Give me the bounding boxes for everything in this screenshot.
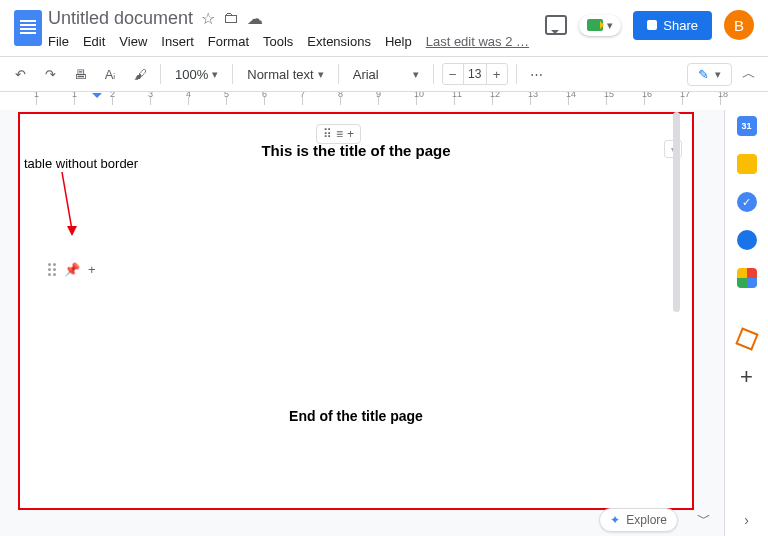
vertical-scrollbar[interactable] — [673, 112, 680, 312]
spellcheck-button[interactable]: Aᵢ — [98, 62, 122, 86]
doc-title[interactable]: Untitled document — [48, 8, 193, 29]
share-label: Share — [663, 18, 698, 33]
comment-history-icon[interactable] — [545, 15, 567, 35]
document-canvas[interactable]: ⠿ ≡ + ▾ This is the title of the page ta… — [0, 110, 724, 536]
font-size-value[interactable]: 13 — [463, 64, 487, 84]
menu-edit[interactable]: Edit — [83, 34, 105, 49]
meet-button[interactable]: ▾ — [579, 15, 621, 36]
toolbar: ↶ ↷ 🖶 Aᵢ 🖌 100%▾ Normal text▾ Arial▾ − 1… — [0, 56, 768, 92]
annotation-label: table without border — [24, 156, 138, 171]
svg-line-0 — [62, 172, 72, 230]
paragraph-style-select[interactable]: Normal text▾ — [241, 62, 329, 86]
collapse-toolbar-button[interactable]: ︿ — [738, 65, 760, 83]
last-edit-link[interactable]: Last edit was 2 … — [426, 34, 529, 49]
get-addons-button[interactable]: + — [740, 366, 753, 388]
explore-spark-icon: ✦ — [610, 513, 620, 527]
explore-label: Explore — [626, 513, 667, 527]
font-family-select[interactable]: Arial▾ — [347, 62, 425, 86]
pin-icon[interactable]: 📌 — [64, 262, 80, 277]
zoom-select[interactable]: 100%▾ — [169, 62, 224, 86]
docs-app-icon[interactable] — [14, 10, 42, 46]
align-icon[interactable]: ≡ — [336, 127, 343, 141]
menu-extensions[interactable]: Extensions — [307, 34, 371, 49]
doc-body-end[interactable]: End of the title page — [20, 408, 692, 424]
font-size-stepper[interactable]: − 13 + — [442, 63, 508, 85]
add-row-icon[interactable]: + — [88, 262, 96, 277]
pencil-icon: ✎ — [698, 67, 709, 82]
menu-tools[interactable]: Tools — [263, 34, 293, 49]
add-icon[interactable]: + — [347, 127, 354, 141]
horizontal-ruler[interactable]: 1 1 2 3 4 5 6 7 8 9 10 11 12 13 14 15 16… — [0, 92, 768, 110]
svg-marker-1 — [67, 226, 77, 236]
lock-icon — [647, 20, 657, 30]
menu-view[interactable]: View — [119, 34, 147, 49]
annotation-arrow-icon — [54, 172, 84, 242]
menu-format[interactable]: Format — [208, 34, 249, 49]
hide-side-panel-button[interactable]: › — [744, 512, 749, 536]
meet-camera-icon — [587, 19, 603, 31]
undo-button[interactable]: ↶ — [8, 62, 32, 86]
font-size-decrease[interactable]: − — [443, 64, 463, 84]
contacts-addon-icon[interactable] — [737, 230, 757, 250]
explore-button[interactable]: ✦ Explore — [599, 508, 678, 532]
next-page-button[interactable]: ﹀ — [694, 510, 714, 530]
redo-button[interactable]: ↷ — [38, 62, 62, 86]
cloud-status-icon[interactable]: ☁ — [247, 9, 263, 28]
star-icon[interactable]: ☆ — [201, 9, 215, 28]
menu-file[interactable]: File — [48, 34, 69, 49]
addon-icon[interactable] — [735, 327, 758, 350]
calendar-addon-icon[interactable] — [737, 116, 757, 136]
print-button[interactable]: 🖶 — [68, 62, 92, 86]
paint-format-button[interactable]: 🖌 — [128, 62, 152, 86]
table-floating-handles[interactable]: 📌 + — [48, 262, 96, 277]
move-icon[interactable]: 🗀 — [223, 9, 239, 27]
menu-help[interactable]: Help — [385, 34, 412, 49]
more-tools-button[interactable]: ⋯ — [525, 62, 549, 86]
drag-handle-icon[interactable] — [48, 263, 56, 276]
table-context-toolbar[interactable]: ⠿ ≡ + — [316, 124, 361, 144]
chevron-down-icon: ▾ — [715, 68, 721, 81]
editing-mode-button[interactable]: ✎ ▾ — [687, 63, 732, 86]
menu-insert[interactable]: Insert — [161, 34, 194, 49]
tasks-addon-icon[interactable] — [737, 192, 757, 212]
menu-bar: File Edit View Insert Format Tools Exten… — [48, 30, 545, 49]
drag-handle-icon[interactable]: ⠿ — [323, 127, 332, 141]
account-avatar[interactable]: B — [724, 10, 754, 40]
font-size-increase[interactable]: + — [487, 64, 507, 84]
share-button[interactable]: Share — [633, 11, 712, 40]
side-panel: + › — [724, 110, 768, 536]
keep-addon-icon[interactable] — [737, 154, 757, 174]
page-outline-selection[interactable]: ⠿ ≡ + ▾ This is the title of the page ta… — [18, 112, 694, 510]
maps-addon-icon[interactable] — [737, 268, 757, 288]
